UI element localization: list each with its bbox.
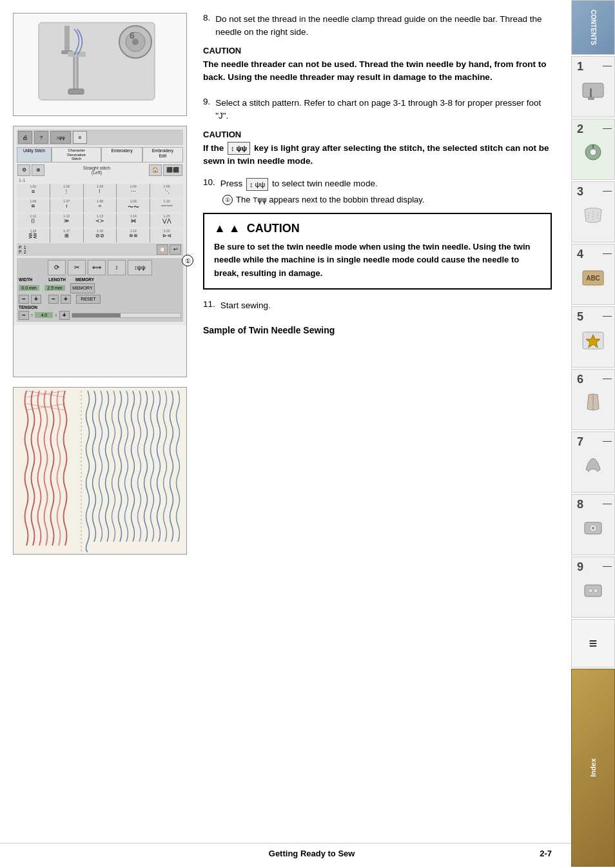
ch8-num: 8 [577,498,583,511]
step9-container: 9. Select a stitch pattern. Refer to cha… [203,97,552,123]
sidebar-tab-ch8[interactable]: 8 — [571,494,615,555]
sidebar-tab-notes[interactable]: ≡ [571,619,615,667]
stitch-sample-image [13,387,187,555]
stitch-cell-1-02[interactable]: 1-02 ⋮ [50,184,83,198]
tab-embroidery[interactable]: Embroidery [101,147,142,163]
callout-circle-1: ① [182,255,193,266]
stitch-svg [14,388,187,555]
svg-rect-24 [64,26,70,52]
sidebar-tab-ch4[interactable]: 4 — ABC [571,244,615,305]
step10-sub-text: The ⊤ψψ appears next to the bobbin threa… [236,193,424,206]
stitch-cell-1-10[interactable]: 1-10 〰〰 [150,199,183,213]
stitch-cell-1-04[interactable]: 1-04 ⋯ [117,184,150,198]
ch3-dash: — [603,185,612,195]
fn-icon-1[interactable]: ⟳ [48,260,66,275]
reset-btn[interactable]: RESET [76,295,101,304]
sidebar-tab-index[interactable]: Index [571,669,615,867]
stitch-cell-1-06[interactable]: 1-06 ≋ [17,199,50,213]
sidebar-tab-ch7[interactable]: 7 — [571,431,615,493]
caution2-block: CAUTION If the ↕ ψψ key is light gray af… [203,130,552,168]
stitch-cell-1-15[interactable]: 1-15 ⋁⋀ [150,213,183,228]
stitch-name-display: Straight stitch(Left) [46,166,148,175]
sidebar-tab-ch6[interactable]: 6 — [571,369,615,430]
stitch-cell-1-07[interactable]: 1-07 ≀ [50,199,83,213]
tension-minus[interactable]: − [19,311,29,320]
footer-center: Getting Ready to Sew [269,849,355,858]
panel-icon-2: ? [34,131,48,144]
ch2-icon [580,141,607,168]
footer-page-number: 2-7 [540,849,552,858]
tension-min: 0 [31,313,33,317]
page-icon-2[interactable]: ↩ [170,244,181,255]
sidebar-tab-contents[interactable]: CONTENTS [571,0,615,55]
memory-btn[interactable]: MEMORY [70,283,95,293]
left-column: 6 🖨 ? ↕ψψ ≡ Utility Stitch [13,13,197,555]
width-plus[interactable]: + [31,295,41,304]
stitch-cell-1-18[interactable]: 1-18 ⊘⊘ [84,228,117,242]
width-minus[interactable]: − [19,295,29,304]
machine-top-image: 6 [13,13,187,116]
machine-svg: 6 [26,19,174,110]
ch5-icon [580,328,607,355]
tab-utility[interactable]: Utility Stitch [17,147,52,163]
svg-rect-29 [68,89,84,94]
svg-point-4 [590,149,596,155]
function-icons-row: ⟳ ✂ ⟺ ↕ ↕ψψ [19,260,181,275]
fn-icon-2[interactable]: ✂ [68,260,86,275]
length-plus[interactable]: + [61,295,71,304]
stitch-cell-1-01[interactable]: 1-01 ≡ [17,184,50,198]
stitch-cell-1-05[interactable]: 1-05 ⋱ [150,184,183,198]
fn-icon-3[interactable]: ⟺ [88,260,106,275]
ch4-num: 4 [577,248,583,261]
stitch-cell-1-16[interactable]: 1-16 ⋚⋛ [17,228,50,242]
ch9-icon [580,578,607,606]
fn-icon-4[interactable]: ↕ [108,260,126,275]
stitch-cell-1-13[interactable]: 1-13 ≺≻ [84,213,117,228]
step11-container: 11. Start sewing. [203,299,552,312]
stitch-grid-row1: 1-01 ≡ 1-02 ⋮ 1-03 ⁞ 1-04 [17,184,183,198]
sidebar-tab-ch2[interactable]: 2 — [571,119,615,180]
step10-row: 10. Press ↕ ψψ to select twin needle mod… [203,177,552,191]
stitch-cell-1-12[interactable]: 1-12 ≫ [50,213,83,228]
tab-embroidery-edit[interactable]: EmbroideryEdit [142,147,183,163]
caution2-text-main: If the ↕ ψψ key is light gray after sele… [203,143,549,166]
sidebar-tab-ch3[interactable]: 3 — [571,181,615,242]
step11-text: Start sewing. [220,299,271,312]
tension-plus[interactable]: + [59,311,70,320]
ch1-dash: — [603,60,612,70]
big-caution-title-text: CAUTION [247,222,300,235]
stitch-cell-1-19[interactable]: 1-19 ≋≋ [117,228,150,242]
caution1-label: CAUTION [203,46,552,55]
panel-icon-1: 🖨 [18,131,32,144]
page-icon-1[interactable]: 📋 [157,244,168,255]
caution2-label: CAUTION [203,130,552,139]
sidebar-tab-ch5[interactable]: 5 — [571,306,615,368]
stitch-cell-1-14[interactable]: 1-14 ⋈ [117,213,150,228]
stitch-cell-1-08[interactable]: 1-08 ≈ [84,199,117,213]
stitch-cell-1-17[interactable]: 1-17 ⊞ [50,228,83,242]
sidebar-tab-ch1[interactable]: 1 — [571,56,615,117]
step10-num: 10. [203,177,215,187]
ch9-dash: — [603,560,612,571]
length-minus[interactable]: − [48,295,59,304]
plus-minus-row: − + − + RESET [19,295,181,304]
stitch-cell-1-03[interactable]: 1-03 ⁞ [84,184,117,198]
sidebar-tab-ch9[interactable]: 9 — [571,557,615,618]
stitch-cell-1-20[interactable]: 1-20 ⊳⊲ [150,228,183,242]
right-column: 8. Do not set the thread in the needle c… [203,13,552,335]
step10-sub-row: ① The ⊤ψψ appears next to the bobbin thr… [203,193,552,206]
svg-text:ABC: ABC [586,275,600,282]
caution2-text: If the ↕ ψψ key is light gray after sele… [203,142,552,168]
fn-icon-twin[interactable]: ↕ψψ [128,260,152,275]
big-caution-box: ▲ CAUTION Be sure to set the twin needle… [203,213,552,290]
stitch-grid-row2: 1-06 ≋ 1-07 ≀ 1-08 ≈ 1-09 [17,199,183,213]
width-length-controls: 0.0 mm 2.5 mm MEMORY [19,283,181,293]
stitch-cell-1-09[interactable]: 1-09 〜〜 [117,199,150,213]
tension-bar [72,313,181,318]
step10-container: 10. Press ↕ ψψ to select twin needle mod… [203,177,552,206]
stitch-cell-1-11[interactable]: 1-11 ⟨⟩ [17,213,50,228]
page-icons: 📋 ↩ [157,244,181,255]
tab-character[interactable]: CharacterDecorativeStitch [52,147,102,163]
length-label: LENGTH [48,277,66,282]
footer-title: Getting Ready to Sew [269,849,355,858]
